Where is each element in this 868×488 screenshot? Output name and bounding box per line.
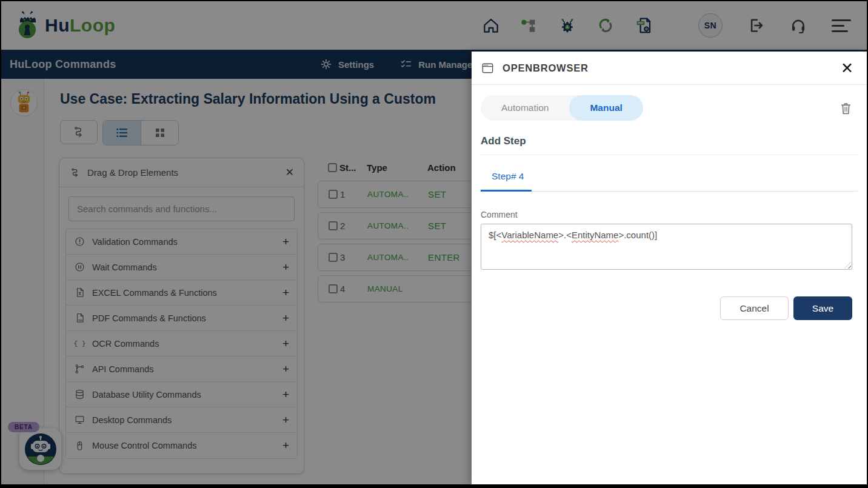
cancel-button[interactable]: Cancel [720,296,789,320]
misspelled-token: VariableName [501,230,558,240]
modal-title: OPENBROWSER [502,62,589,74]
comment-text: >.count()] [618,230,657,240]
comment-label: Comment [481,210,858,219]
tab-manual[interactable]: Manual [569,95,643,121]
mode-tab-row: Automation Manual [481,95,853,121]
save-button[interactable]: Save [793,296,852,320]
app-window: HuLoop APDF SN HuLoop Commands SettingsR… [0,0,868,488]
mode-segmented-control: Automation Manual [481,95,643,121]
modal-actions: Cancel Save [472,296,852,320]
textarea-resize-handle[interactable] [844,262,851,269]
modal-close-icon[interactable]: ✕ [841,61,853,76]
add-step-heading: Add Step [481,135,858,155]
browser-window-icon [481,61,495,75]
comment-text: $[< [489,230,501,240]
misspelled-token: EntityName [572,230,619,240]
delete-step-icon[interactable] [838,101,853,116]
comment-textarea[interactable]: $[<VariableName>.<EntityName>.count()] [481,224,852,270]
openbrowser-modal: OPENBROWSER ✕ Automation Manual Add Step… [472,52,867,484]
tab-automation[interactable]: Automation [481,95,569,121]
step-tab[interactable]: Step# 4 [492,171,524,181]
step-tab-active-indicator [481,190,532,192]
comment-text: >.< [558,230,572,240]
modal-header: OPENBROWSER ✕ [472,52,867,85]
step-tab-bar: Step# 4 [481,171,858,192]
